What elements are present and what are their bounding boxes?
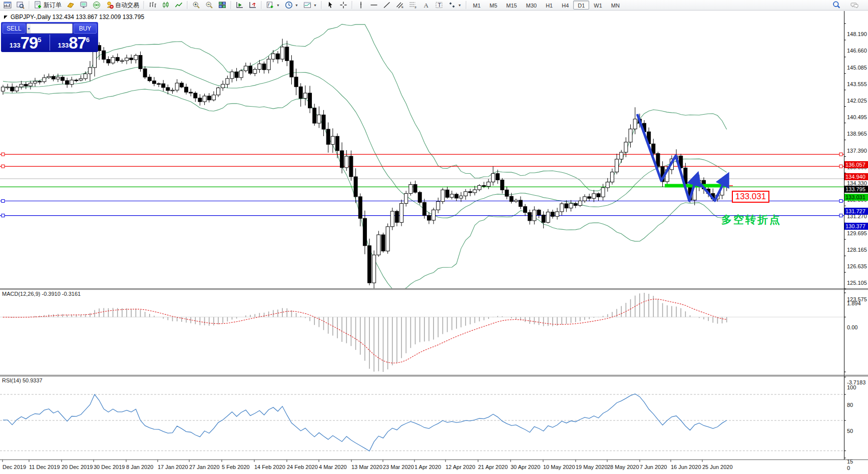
zoom-out-button[interactable] xyxy=(203,1,216,10)
line-handle[interactable] xyxy=(839,165,842,168)
bear-candle xyxy=(358,197,362,218)
tile-icon xyxy=(218,1,226,9)
chat-button[interactable] xyxy=(848,1,861,10)
bear-candle xyxy=(349,156,353,177)
bear-candle xyxy=(326,129,330,144)
auto-trading-label: 自动交易 xyxy=(115,1,139,10)
bear-candle xyxy=(381,235,385,251)
date-tick-label: 23 Mar 2020 xyxy=(383,464,414,470)
line-handle[interactable] xyxy=(839,200,842,203)
dropdown-arrow-icon[interactable]: ▼ xyxy=(458,4,462,7)
bull-candle xyxy=(111,58,115,63)
auto-scroll-button[interactable] xyxy=(233,1,246,10)
timeframe-m5-button[interactable]: M5 xyxy=(485,1,502,10)
sell-button[interactable]: SELL xyxy=(3,24,26,34)
buy-button[interactable]: BUY xyxy=(74,24,97,34)
signals-button[interactable] xyxy=(90,1,103,10)
axis-tick-label: 80 xyxy=(847,402,868,408)
bull-candle xyxy=(533,210,536,221)
line-handle[interactable] xyxy=(839,214,842,217)
bear-candle xyxy=(24,84,28,86)
trend-line-button[interactable] xyxy=(380,1,393,10)
price-level-tag: 134.940 xyxy=(844,173,868,180)
collapse-panel-icon[interactable] xyxy=(4,16,8,19)
chart-shift-button[interactable] xyxy=(246,1,259,10)
bull-candle xyxy=(56,77,60,79)
bear-candle xyxy=(162,84,165,88)
linechart-icon xyxy=(175,1,183,9)
vertical-line-button[interactable] xyxy=(354,1,367,10)
line-chart-mode-button[interactable] xyxy=(172,1,185,10)
macd-indicator-label: MACD(12,26,9) -0.3910 -0.3161 xyxy=(2,291,81,297)
timeframe-d1-button[interactable]: D1 xyxy=(573,1,589,10)
profile-button[interactable] xyxy=(14,1,27,10)
arrows-button[interactable]: ▼ xyxy=(446,1,464,10)
line-handle[interactable] xyxy=(2,165,5,168)
dropdown-arrow-icon[interactable]: ▼ xyxy=(313,4,317,7)
bar-chart-mode-button[interactable] xyxy=(146,1,159,10)
search-button[interactable] xyxy=(830,1,843,10)
bull-candle xyxy=(610,172,614,182)
bear-candle xyxy=(75,80,78,81)
sell-price[interactable]: 133795 xyxy=(3,34,49,51)
market-book-button[interactable] xyxy=(64,1,77,10)
timeframe-w1-button[interactable]: W1 xyxy=(589,1,607,10)
toolbar-separator xyxy=(230,1,232,9)
crosshair-button[interactable] xyxy=(337,1,350,10)
bear-candle xyxy=(496,174,500,180)
cursor-button[interactable] xyxy=(324,1,337,10)
bear-candle xyxy=(189,92,193,93)
text-button[interactable]: A xyxy=(419,1,432,10)
axis-tick-label: 129.695 xyxy=(847,230,868,236)
timeframe-m30-button[interactable]: M30 xyxy=(522,1,541,10)
chart-shift-icon xyxy=(249,1,257,9)
candle-chart-mode-button[interactable] xyxy=(159,1,172,10)
svg-text:A: A xyxy=(423,2,428,9)
indicators-list-button[interactable]: f▼ xyxy=(264,1,282,10)
line-handle[interactable] xyxy=(2,214,5,217)
line-handle[interactable] xyxy=(2,200,5,203)
auto-trading-button[interactable]: 自动交易 xyxy=(103,1,142,10)
terminal-window: 新订单自动交易f▼▼▼EFAT▼M1M5M15M30H1H4D1W1MN GBP… xyxy=(0,0,868,474)
bull-candle xyxy=(281,47,284,59)
price-level-tag: 136.057 xyxy=(844,161,868,168)
bull-candle xyxy=(492,174,495,182)
bull-candle xyxy=(120,61,124,62)
templates-button[interactable]: ▼ xyxy=(301,1,319,10)
bear-candle xyxy=(501,180,504,190)
bear-candle xyxy=(537,210,541,215)
timeframe-mn-button[interactable]: MN xyxy=(607,1,624,10)
line-handle[interactable] xyxy=(839,153,842,156)
charts-window-button[interactable] xyxy=(1,1,14,10)
text-label-button[interactable]: T xyxy=(432,1,446,10)
timeframe-m1-button[interactable]: M1 xyxy=(469,1,485,10)
symbol-ohlc-text: GBPJPY-,Daily 132.434 133.867 132.009 13… xyxy=(11,14,144,21)
volume-input[interactable] xyxy=(31,24,73,33)
timeframe-m15-button[interactable]: M15 xyxy=(502,1,521,10)
buy-price[interactable]: 133876 xyxy=(51,34,97,51)
zoom-in-button[interactable] xyxy=(190,1,203,10)
equidistant-channel-button[interactable]: E xyxy=(393,1,406,10)
autotrade-icon xyxy=(106,1,114,9)
price-annotation-tag[interactable]: 133.031 xyxy=(732,191,769,203)
periods-button[interactable]: ▼ xyxy=(282,1,301,10)
zoom-in-icon xyxy=(192,1,200,9)
bear-candle xyxy=(322,115,325,130)
fibonacci-retracement-button[interactable]: F xyxy=(406,1,419,10)
bull-candle xyxy=(487,182,490,187)
tile-windows-button[interactable] xyxy=(216,1,229,10)
chart-canvas[interactable] xyxy=(0,11,868,474)
new-order-button[interactable]: 新订单 xyxy=(32,1,64,10)
volume-decrease-button[interactable]: ▼ xyxy=(27,24,31,33)
toolbar-separator xyxy=(320,1,323,9)
vline-icon xyxy=(357,1,365,9)
horizontal-line-button[interactable] xyxy=(367,1,380,10)
timeframe-h4-button[interactable]: H4 xyxy=(557,1,573,10)
dropdown-arrow-icon[interactable]: ▼ xyxy=(276,4,280,7)
bear-candle xyxy=(185,87,188,92)
dropdown-arrow-icon[interactable]: ▼ xyxy=(295,4,298,7)
template-icon xyxy=(303,1,311,9)
terminal-button[interactable] xyxy=(77,1,90,10)
line-handle[interactable] xyxy=(2,153,5,156)
timeframe-h1-button[interactable]: H1 xyxy=(541,1,557,10)
